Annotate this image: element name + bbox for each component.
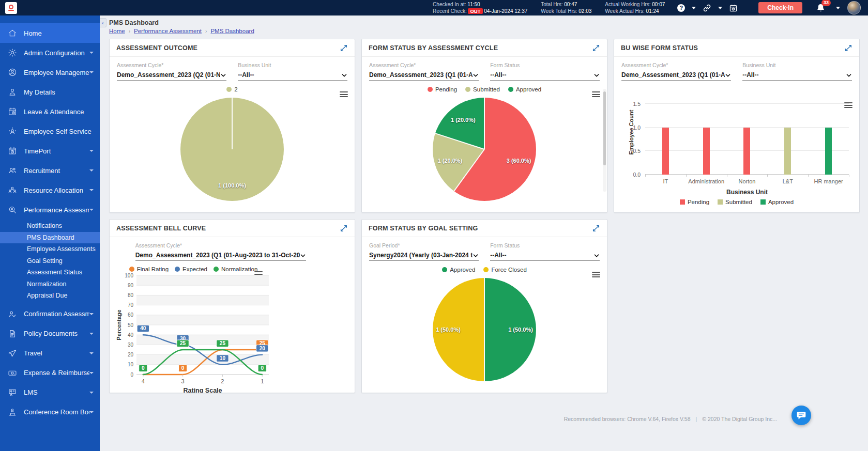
legend-item-2[interactable]: 2	[226, 86, 237, 92]
svg-text:Rating Scale: Rating Scale	[183, 387, 222, 393]
chart-context-menu-icon[interactable]	[592, 91, 600, 97]
help-icon[interactable]: ?	[677, 4, 685, 12]
sidebar-item-expense-reimbursement[interactable]: Expense & Reimbursement	[0, 363, 100, 383]
form-status-by-goal-setting-pie[interactable]: 1 (50.0%)1 (50.0%)	[433, 278, 536, 381]
legend-swatch	[718, 199, 723, 205]
notifications-bell-icon[interactable]: 33	[816, 3, 826, 13]
x-axis-tick: Administration	[686, 178, 727, 184]
week-total-hrs-value: 02:03	[578, 8, 591, 14]
expand-icon[interactable]	[340, 224, 348, 232]
sidebar-item-timeport[interactable]: TimePort	[0, 141, 100, 161]
calendar-clock-icon[interactable]	[729, 4, 738, 12]
legend-item-expected[interactable]: Expected	[175, 266, 207, 272]
form-status-by-assessment-cycle-pie[interactable]: 3 (60.0%)1 (20.0%)1 (20.0%)	[433, 98, 536, 201]
bar-l-t[interactable]	[784, 128, 791, 175]
chat-button[interactable]	[791, 406, 811, 425]
sidebar-collapse-button[interactable]: ‹	[100, 18, 106, 27]
business-unit-dropdown[interactable]: Business Unit --All--	[742, 62, 852, 81]
sidebar-item-employee-management[interactable]: Employee Management	[0, 63, 100, 82]
sidebar-subitem-pms-dashboard[interactable]: PMS Dashboard	[0, 232, 100, 244]
user-avatar[interactable]	[847, 1, 861, 14]
legend-item-approved[interactable]: Approved	[442, 267, 475, 273]
bar-norton[interactable]	[743, 128, 750, 175]
svg-text:40: 40	[128, 332, 134, 338]
sidebar-item-lms[interactable]: LMS	[0, 383, 100, 402]
legend-item-approved[interactable]: Approved	[508, 86, 541, 92]
bar-hr-manger[interactable]	[825, 128, 832, 175]
bar-it[interactable]	[662, 128, 669, 175]
home-icon	[8, 28, 17, 38]
sidebar-item-performance-assessment[interactable]: Performance Assessment	[0, 200, 100, 220]
breadcrumb-performance-assessment[interactable]: Performance Assessment	[134, 28, 202, 34]
sidebar-item-policy-documents[interactable]: Policy Documents	[0, 324, 100, 344]
recommended-browsers: Recommended browsers: Chrome V.64, Firef…	[564, 416, 691, 422]
filter-value: Demo_Assessment_2023 (Q1 (01-Aug-2023 to	[621, 71, 725, 79]
sidebar-subitem-notifications[interactable]: Notifications	[0, 220, 100, 232]
legend-item-pending[interactable]: Pending	[428, 86, 457, 92]
expand-icon[interactable]	[340, 44, 348, 52]
goal-period-dropdown[interactable]: Goal Period* Synergy2024 (Yearly (03-Jan…	[369, 242, 479, 261]
assessment-cycle-dropdown[interactable]: Assessment Cycle* Demo_Assessment_2023 (…	[117, 62, 226, 81]
form-status-pie-chart[interactable]: PendingSubmittedApproved3 (60.0%)1 (20.0…	[362, 86, 607, 201]
out-status-badge: OUT	[468, 8, 482, 14]
sidebar-item-admin-configuration[interactable]: Admin Configuration	[0, 43, 100, 63]
legend-item-submitted[interactable]: Submitted	[465, 86, 500, 92]
breadcrumb-pms-dashboard[interactable]: PMS Dashboard	[210, 28, 254, 34]
sidebar-item-travel[interactable]: Travel	[0, 344, 100, 363]
expand-icon[interactable]	[592, 224, 600, 232]
goal-setting-pie-chart[interactable]: ApprovedForce Closed1 (50.0%)1 (50.0%)	[362, 267, 607, 381]
sidebar-subitem-goal-setting[interactable]: Goal Setting	[0, 255, 100, 267]
sidebar-subitem-normalization[interactable]: Normalization	[0, 278, 100, 290]
sidebar-item-home[interactable]: Home	[0, 23, 100, 43]
link-icon[interactable]	[703, 4, 711, 12]
chart-context-menu-icon[interactable]	[340, 91, 348, 97]
assessment-outcome-pie-chart[interactable]: 21 (100.0%)	[110, 86, 355, 201]
chart-context-menu-icon[interactable]	[592, 272, 600, 277]
help-caret-icon[interactable]	[692, 7, 696, 9]
sidebar-item-label: LMS	[24, 388, 89, 396]
bell-curve-line-chart[interactable]: Final RatingExpectedNormalization1009080…	[110, 266, 355, 393]
form-status-dropdown[interactable]: Form Status --All--	[490, 62, 600, 81]
sidebar-item-employee-self-service[interactable]: Employee Self Service	[0, 121, 100, 141]
profile-caret-icon[interactable]	[836, 7, 840, 9]
legend-item-normalization[interactable]: Normalization	[214, 266, 257, 272]
x-axis-tick: Norton	[727, 178, 768, 184]
form-status-dropdown[interactable]: Form Status --All--	[490, 242, 600, 261]
assessment-cycle-dropdown[interactable]: Assessment Cycle* Demo_Assessment_2023 (…	[369, 62, 479, 81]
chart-legend: 2	[110, 86, 355, 92]
legend-item-approved[interactable]: Approved	[760, 199, 794, 205]
legend-item-final-rating[interactable]: Final Rating	[129, 266, 169, 272]
sidebar-item-my-details[interactable]: My Details	[0, 82, 100, 102]
bar-administration[interactable]	[703, 128, 710, 175]
legend-item-force-closed[interactable]: Force Closed	[483, 267, 526, 273]
sidebar-item-conference-room-booking[interactable]: Conference Room Booking	[0, 402, 100, 422]
sidebar-subitem-appraisal-due[interactable]: Appraisal Due	[0, 290, 100, 302]
logo-icon	[9, 5, 13, 9]
assessment-outcome-pie[interactable]: 1 (100.0%)	[180, 98, 284, 201]
legend-item-submitted[interactable]: Submitted	[718, 199, 752, 205]
card-scrollbar[interactable]	[603, 89, 606, 192]
expand-icon[interactable]	[592, 44, 600, 52]
assessment-cycle-dropdown[interactable]: Assessment Cycle* Demo_Assessment_2023 (…	[135, 242, 306, 261]
dashboard-cards: ASSESSMENT OUTCOME Assessment Cycle* Dem…	[100, 37, 868, 393]
check-in-button[interactable]: Check-In	[758, 2, 802, 13]
assessment-cycle-dropdown[interactable]: Assessment Cycle* Demo_Assessment_2023 (…	[621, 62, 731, 81]
bu-wise-bar-chart[interactable]: Employee Count0.00.51.01.5ITAdministrati…	[614, 97, 859, 205]
business-unit-dropdown[interactable]: Business Unit --All--	[238, 62, 347, 81]
copyright: © 2020 The Digital Group Inc...	[702, 416, 777, 422]
links-caret-icon[interactable]	[718, 7, 722, 9]
sidebar-item-resource-allocation[interactable]: Resource Allocation	[0, 180, 100, 200]
svg-text:0: 0	[181, 365, 185, 371]
sidebar-item-label: Resource Allocation	[24, 186, 89, 194]
sidebar-item-leave-attendance[interactable]: Leave & Attendance	[0, 102, 100, 121]
sidebar-item-confirmation-assessment[interactable]: Confirmation Assessment	[0, 304, 100, 324]
sidebar-subitem-assessment-status[interactable]: Assessment Status	[0, 267, 100, 278]
breadcrumb-separator: ›	[205, 28, 207, 34]
expand-icon[interactable]	[844, 44, 852, 52]
company-logo[interactable]	[5, 2, 17, 14]
legend-item-pending[interactable]: Pending	[680, 199, 709, 205]
breadcrumb-home[interactable]: Home	[109, 28, 125, 34]
sidebar-item-recruitment[interactable]: Recruitment	[0, 161, 100, 180]
employee-self-service-icon	[8, 127, 17, 136]
sidebar-subitem-employee-assessments[interactable]: Employee Assessments	[0, 243, 100, 255]
